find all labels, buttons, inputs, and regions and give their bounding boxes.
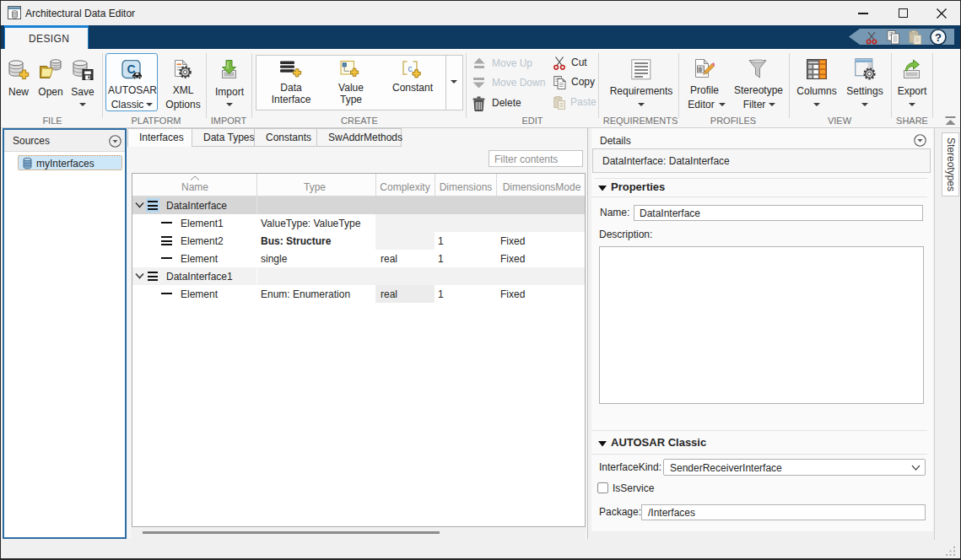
- svg-text:?: ?: [935, 31, 942, 44]
- svg-text:c: c: [408, 64, 413, 73]
- svg-text:33: 33: [698, 68, 703, 73]
